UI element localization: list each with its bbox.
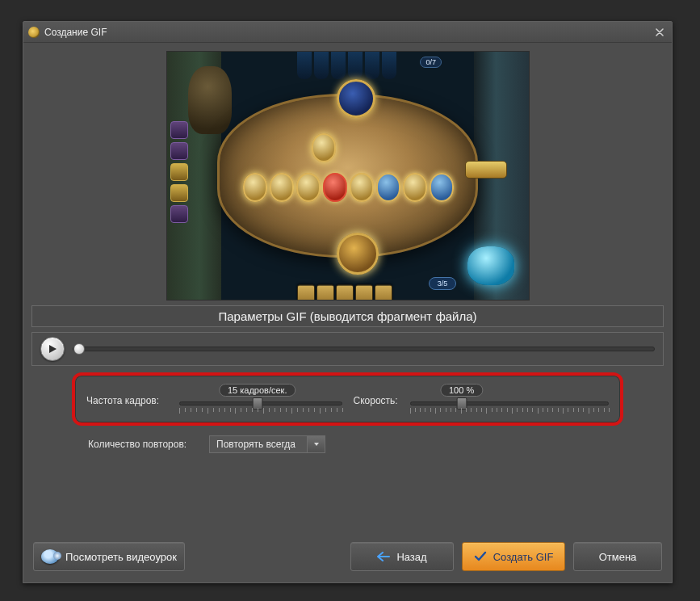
arrow-left-icon [377,552,390,561]
framerate-ticks [179,408,342,414]
cancel-button[interactable]: Отмена [573,542,662,571]
repeat-label: Количество повторов: [88,439,201,450]
titlebar: Создание GIF [23,22,672,43]
speed-group: Скорость: 100 % [354,387,610,414]
repeat-selected: Повторять всегда [210,436,307,452]
footer: Посмотреть видеоурок Назад Создать GIF О… [33,542,662,571]
hero-bottom [337,233,379,275]
window-title: Создание GIF [44,27,107,38]
scene-crystal [467,246,514,285]
playback-bar [31,332,664,366]
tutorial-label: Посмотреть видеоурок [65,551,177,563]
section-header: Параметры GIF (выводится фрагмент файла) [31,305,664,327]
preview-area: 0/7 3/5 [31,51,664,300]
minion-row-top [312,133,336,162]
close-button[interactable] [652,25,667,40]
play-button[interactable] [40,337,65,361]
hand-cards [297,284,392,300]
dialog-window: Создание GIF 0/7 [23,21,673,583]
framerate-value-bubble: 15 кадров/сек. [219,384,296,397]
close-icon [656,28,664,36]
end-turn-button [465,161,507,179]
video-preview[interactable]: 0/7 3/5 [166,51,530,300]
create-label: Создать GIF [493,551,554,563]
framerate-group: Частота кадров: 15 кадров/сек. [86,387,342,414]
speed-label: Скорость: [354,395,402,406]
framerate-slider[interactable]: 15 кадров/сек. [179,387,342,414]
check-icon [474,551,487,562]
side-dock [170,121,190,223]
speed-slider[interactable]: 100 % [410,387,610,414]
dialog-content: 0/7 3/5 [23,43,672,468]
timeline-slider[interactable] [73,347,655,351]
highlight-panel: Частота кадров: 15 кадров/сек. Скорость:… [72,372,623,426]
tutorial-button[interactable]: Посмотреть видеоурок [33,542,185,571]
chevron-down-icon [313,441,320,448]
scene-tree [188,66,232,134]
mana-counter: 3/5 [429,277,456,290]
hero-top [337,79,375,118]
minion-row-bottom [243,173,454,202]
play-icon [48,344,57,354]
top-counter: 0/7 [420,57,442,68]
speed-track[interactable] [410,401,610,406]
framerate-label: Частота кадров: [86,395,171,406]
webcam-icon [41,549,59,564]
speed-value-bubble: 100 % [440,384,483,397]
framerate-track[interactable] [179,401,342,406]
back-button[interactable]: Назад [350,542,454,571]
repeat-dropdown-button[interactable] [307,436,325,452]
scene-banners [297,52,396,79]
create-gif-button[interactable]: Создать GIF [462,542,565,571]
speed-ticks [410,408,610,414]
repeat-combobox[interactable]: Повторять всегда [209,435,325,453]
app-icon [28,27,40,38]
back-label: Назад [396,551,426,563]
cancel-label: Отмена [599,551,637,563]
timeline-thumb[interactable] [73,343,85,355]
sliders-row: Частота кадров: 15 кадров/сек. Скорость:… [86,387,609,414]
button-group: Назад Создать GIF Отмена [350,542,662,571]
repeat-row: Количество повторов: Повторять всегда [31,435,664,468]
